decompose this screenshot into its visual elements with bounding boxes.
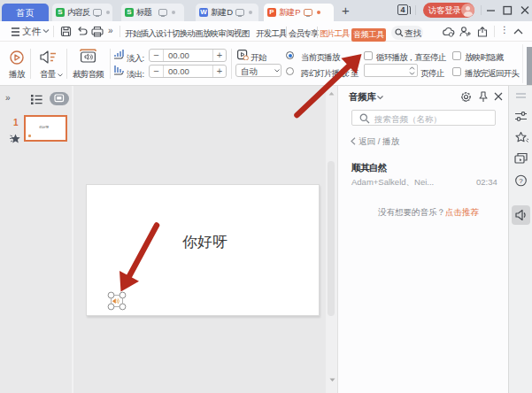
- svg-text:?: ?: [519, 177, 523, 185]
